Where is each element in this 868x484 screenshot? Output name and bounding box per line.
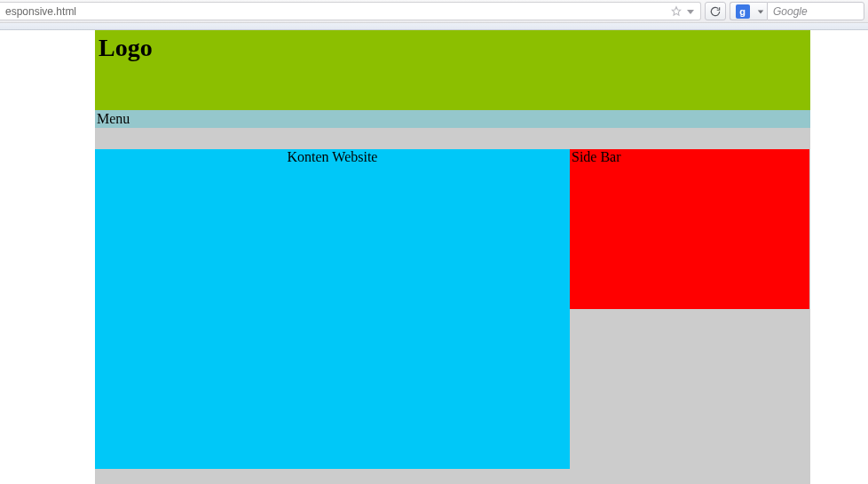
page-header: Logo [95, 30, 810, 110]
reload-button[interactable] [705, 2, 726, 20]
menu-label: Menu [97, 111, 130, 126]
content-title: Konten Website [288, 149, 378, 164]
search-engine-button[interactable]: g [730, 2, 754, 20]
main-row: Konten Website Side Bar [95, 149, 810, 469]
history-dropdown-icon[interactable] [686, 7, 695, 16]
page-wrapper: Logo Menu Konten Website Side Bar [95, 30, 810, 484]
viewport: Logo Menu Konten Website Side Bar [0, 30, 868, 484]
spacer [95, 128, 810, 149]
url-text: esponsive.html [5, 5, 76, 18]
bookmark-star-icon[interactable] [670, 5, 683, 18]
google-icon: g [736, 4, 750, 19]
sidebar: Side Bar [570, 149, 809, 309]
search-placeholder: Google [773, 5, 808, 18]
nav-menu[interactable]: Menu [95, 110, 810, 128]
toolbar: esponsive.html g Google [0, 0, 868, 23]
search-engine-dropdown-icon[interactable] [754, 2, 767, 20]
main-content: Konten Website [95, 149, 570, 469]
bookmarks-strip [0, 23, 868, 30]
browser-chrome: esponsive.html g Google [0, 0, 868, 30]
logo: Logo [99, 34, 807, 62]
search-engine-group: g Google [730, 2, 864, 20]
address-bar[interactable]: esponsive.html [0, 2, 701, 20]
sidebar-title: Side Bar [572, 149, 621, 164]
search-input[interactable]: Google [767, 2, 864, 20]
